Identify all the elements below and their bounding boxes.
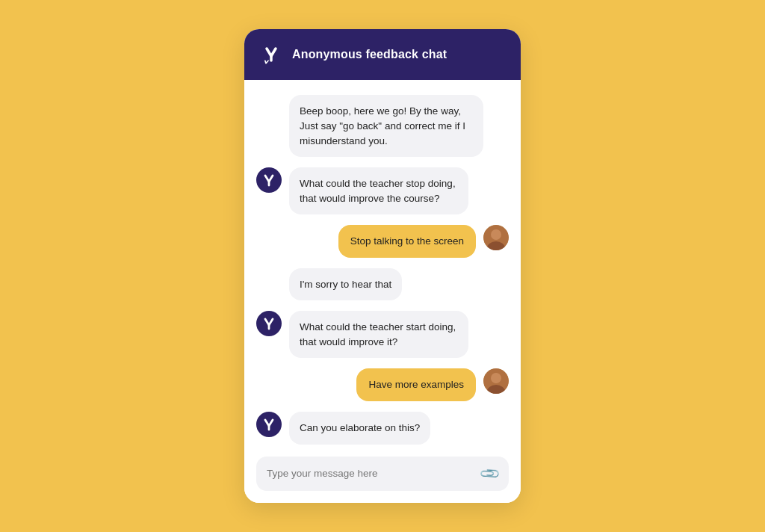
bot-bubble-2: What could the teacher start doing, that… — [289, 311, 468, 358]
attach-icon[interactable]: 📎 — [478, 462, 501, 485]
list-item: Beep boop, here we go! By the way, Just … — [256, 95, 509, 157]
header-logo: ˯ — [259, 43, 283, 66]
chat-header: ˯ Anonymous feedback chat — [244, 29, 521, 80]
chat-body: Beep boop, here we go! By the way, Just … — [244, 80, 521, 456]
list-item: What could the teacher start doing, that… — [256, 311, 509, 358]
svg-point-2 — [491, 229, 501, 240]
user-bubble-1: Stop talking to the screen — [338, 225, 476, 258]
user-bubble-2: Have more examples — [356, 368, 476, 401]
chat-input[interactable] — [267, 468, 476, 479]
bot-bubble-3: Can you elaborate on this? — [289, 412, 430, 445]
bot-avatar — [256, 167, 282, 193]
bot-avatar-2 — [256, 311, 282, 336]
user-avatar-2 — [483, 368, 509, 394]
system-bubble-2: I'm sorry to hear that — [289, 268, 402, 301]
chat-input-area: 📎 — [244, 457, 521, 503]
chat-input-wrapper[interactable]: 📎 — [256, 457, 509, 491]
user-avatar — [483, 225, 509, 250]
bot-avatar-3 — [256, 412, 282, 437]
svg-point-5 — [491, 373, 501, 383]
list-item: Can you elaborate on this? — [256, 412, 509, 445]
list-item: What could the teacher stop doing, that … — [256, 167, 509, 214]
bot-bubble-1: What could the teacher stop doing, that … — [289, 167, 468, 214]
bot-bubble-intro: Beep boop, here we go! By the way, Just … — [289, 95, 483, 157]
list-item: Have more examples — [256, 368, 509, 401]
list-item: I'm sorry to hear that — [256, 268, 509, 301]
header-title: Anonymous feedback chat — [292, 48, 447, 61]
chat-card: ˯ Anonymous feedback chat Beep boop, her… — [244, 29, 521, 502]
list-item: Stop talking to the screen — [256, 225, 509, 258]
